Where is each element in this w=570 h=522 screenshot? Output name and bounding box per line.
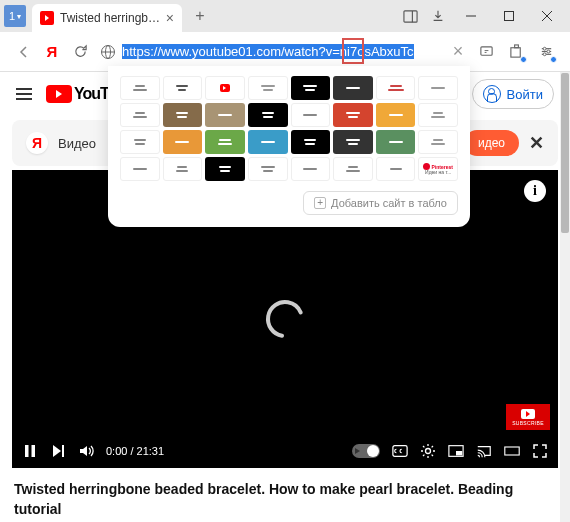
speed-dial-tile[interactable] xyxy=(418,76,458,100)
svg-point-15 xyxy=(543,47,546,50)
settings-icon[interactable] xyxy=(532,38,560,66)
speed-dial-tile[interactable] xyxy=(163,103,203,127)
annotation-highlight xyxy=(342,38,364,64)
theater-icon[interactable] xyxy=(504,443,520,459)
speed-dial-grid: PinterestИдеи на т... xyxy=(120,76,458,181)
svg-rect-26 xyxy=(505,447,519,455)
titlebar: 1 ▾ Twisted herringbone be × + xyxy=(0,0,570,32)
svg-rect-25 xyxy=(456,451,462,455)
speed-dial-tile[interactable] xyxy=(418,103,458,127)
info-icon[interactable]: i xyxy=(524,180,546,202)
svg-rect-0 xyxy=(403,10,416,21)
svg-rect-21 xyxy=(62,445,64,457)
speed-dial-tile[interactable] xyxy=(376,76,416,100)
yandex-icon: Я xyxy=(26,132,48,154)
svg-point-16 xyxy=(546,50,549,53)
scrollbar-thumb[interactable] xyxy=(561,73,569,233)
speed-dial-tile[interactable] xyxy=(291,157,331,181)
speed-dial-tile[interactable] xyxy=(376,157,416,181)
speed-dial-tile[interactable] xyxy=(333,130,373,154)
speed-dial-tile[interactable] xyxy=(248,157,288,181)
youtube-logo-icon xyxy=(46,85,72,103)
svg-point-17 xyxy=(543,53,546,56)
subscribe-text: SUBSCRIBE xyxy=(512,420,544,426)
speed-dial-tile[interactable] xyxy=(248,130,288,154)
next-button[interactable] xyxy=(50,443,66,459)
tab-count-number: 1 xyxy=(9,10,15,22)
speed-dial-tile[interactable] xyxy=(120,103,160,127)
reload-button[interactable] xyxy=(66,38,94,66)
svg-point-18 xyxy=(265,299,304,338)
speed-dial-dropdown: PinterestИдеи на т... + Добавить сайт в … xyxy=(108,66,470,227)
speed-dial-tile[interactable] xyxy=(418,130,458,154)
speed-dial-tile[interactable] xyxy=(120,130,160,154)
autoplay-toggle[interactable] xyxy=(352,444,380,458)
minimize-button[interactable] xyxy=(452,2,490,30)
globe-icon xyxy=(100,44,116,60)
speed-dial-tile[interactable] xyxy=(333,76,373,100)
speed-dial-tile[interactable] xyxy=(205,103,245,127)
speed-dial-tile[interactable] xyxy=(291,76,331,100)
subscribe-watermark[interactable]: SUBSCRIBE xyxy=(506,404,550,430)
speed-dial-tile[interactable] xyxy=(205,76,245,100)
svg-point-23 xyxy=(426,449,431,454)
new-tab-button[interactable]: + xyxy=(188,4,212,28)
add-site-row: + Добавить сайт в табло xyxy=(120,191,458,215)
speed-dial-tile[interactable] xyxy=(248,76,288,100)
time-display: 0:00 / 21:31 xyxy=(106,445,164,457)
settings-gear-icon[interactable] xyxy=(420,443,436,459)
url-text: https://www.youtube01.com/watch?v=ni7osA… xyxy=(122,44,414,59)
speed-dial-tile[interactable] xyxy=(120,76,160,100)
fullscreen-icon[interactable] xyxy=(532,443,548,459)
pause-button[interactable] xyxy=(22,443,38,459)
loading-spinner-icon xyxy=(263,297,307,341)
speed-dial-tile[interactable] xyxy=(205,130,245,154)
speed-dial-tile[interactable] xyxy=(163,76,203,100)
add-site-label: Добавить сайт в табло xyxy=(331,197,447,209)
yandex-home-icon[interactable]: Я xyxy=(38,38,66,66)
close-tab-icon[interactable]: × xyxy=(166,10,174,26)
scrollbar[interactable] xyxy=(560,72,570,522)
close-window-button[interactable] xyxy=(528,2,566,30)
login-label: Войти xyxy=(507,87,543,102)
login-button[interactable]: Войти xyxy=(472,79,554,109)
speed-dial-tile[interactable] xyxy=(376,130,416,154)
svg-rect-10 xyxy=(510,48,519,57)
add-site-button[interactable]: + Добавить сайт в табло xyxy=(303,191,458,215)
captions-icon[interactable] xyxy=(392,443,408,459)
extensions-icon[interactable] xyxy=(502,38,530,66)
svg-rect-3 xyxy=(505,12,514,21)
sidebar-toggle-icon[interactable] xyxy=(396,2,424,30)
youtube-play-icon xyxy=(521,409,535,419)
cast-icon[interactable] xyxy=(476,443,492,459)
maximize-button[interactable] xyxy=(490,2,528,30)
speed-dial-tile[interactable] xyxy=(333,157,373,181)
speed-dial-tile[interactable] xyxy=(205,157,245,181)
tab-count-badge[interactable]: 1 ▾ xyxy=(4,5,26,27)
video-controls: 0:00 / 21:31 xyxy=(12,434,558,468)
menu-icon[interactable] xyxy=(16,88,32,100)
speed-dial-tile[interactable] xyxy=(291,130,331,154)
speed-dial-tile[interactable] xyxy=(376,103,416,127)
speed-dial-tile[interactable]: PinterestИдеи на т... xyxy=(418,157,458,181)
clear-url-icon[interactable]: × xyxy=(444,38,472,66)
volume-icon[interactable] xyxy=(78,443,94,459)
browser-tab[interactable]: Twisted herringbone be × xyxy=(32,4,182,32)
miniplayer-icon[interactable] xyxy=(448,443,464,459)
notice-close-icon[interactable]: ✕ xyxy=(529,132,544,154)
tab-title: Twisted herringbone be xyxy=(60,11,162,25)
speed-dial-tile[interactable] xyxy=(120,157,160,181)
speed-dial-tile[interactable] xyxy=(248,103,288,127)
video-title: Twisted herringbone beaded bracelet. How… xyxy=(0,470,570,522)
notice-action-button[interactable]: идео xyxy=(464,130,519,156)
speed-dial-tile[interactable] xyxy=(291,103,331,127)
speed-dial-tile[interactable] xyxy=(163,157,203,181)
back-button[interactable] xyxy=(10,38,38,66)
svg-rect-19 xyxy=(25,445,29,457)
speed-dial-tile[interactable] xyxy=(163,130,203,154)
speed-dial-tile[interactable] xyxy=(333,103,373,127)
feedback-icon[interactable] xyxy=(472,38,500,66)
chevron-down-icon: ▾ xyxy=(17,12,21,21)
url-input[interactable]: https://www.youtube01.com/watch?v=ni7osA… xyxy=(94,38,444,66)
downloads-icon[interactable] xyxy=(424,2,452,30)
